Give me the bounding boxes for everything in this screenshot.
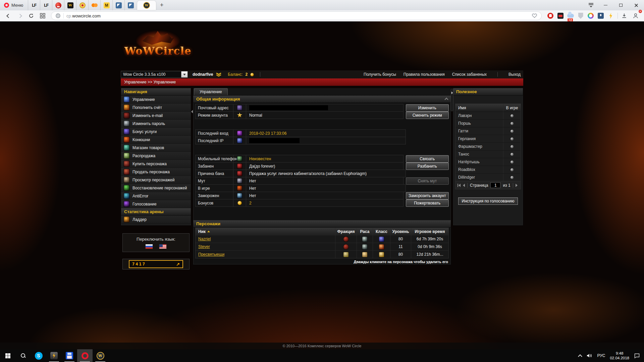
friend-row[interactable]: Танос [455,150,521,158]
friend-row[interactable]: Герлания [455,135,521,142]
shield-extension-icon[interactable] [577,12,584,19]
pinned-tab[interactable] [52,0,64,10]
taskbar-search-button[interactable] [15,349,31,362]
link-get-bonuses[interactable]: Получить бонусы [364,72,396,77]
sidebar-item-восстановление-персонажей[interactable]: Восстановление персонажей [121,184,191,192]
flag-ru-icon[interactable] [145,244,153,249]
sidebar-item-конюшни[interactable]: Конюшни [121,136,191,144]
next-page-button[interactable] [516,184,518,187]
collapse-right-handle[interactable] [451,88,453,111]
sidebar-item-изменить-пароль[interactable]: Изменить пароль [121,120,191,128]
dark-flash-extension-icon[interactable] [557,12,564,19]
tab-menu-button[interactable] [584,3,598,7]
character-row[interactable]: Stever110d 0h 9m 36s [196,243,448,250]
col-ingame[interactable]: В игре [503,104,521,112]
stop-hand-extension-icon[interactable] [547,12,554,19]
opera-menu-button[interactable]: Меню [0,0,28,10]
downloads-button[interactable] [619,11,629,20]
sidebar-item-голосование[interactable]: Голосование [121,200,191,208]
pinned-tab[interactable]: W [64,0,76,10]
flag-us-icon[interactable] [159,244,167,249]
pinned-tab[interactable]: LF [28,0,40,10]
collapse-section-icon[interactable] [444,98,448,101]
button-пожертвовать[interactable]: Пожертвовать [406,199,449,207]
col-r[interactable]: Раса [357,228,373,235]
pinned-tab[interactable] [112,0,124,10]
taskbar-skype-button[interactable]: S [31,349,46,362]
sidebar-item-магазин-товаров[interactable]: Магазин товаров [121,144,191,152]
wowcircle-logo[interactable]: WoWCircle [123,30,193,64]
tab-upravlenie[interactable]: Управление [194,88,228,95]
link-ban-list[interactable]: Список забаненых [452,72,487,77]
heart-bookmark-icon[interactable] [532,13,537,18]
reload-button[interactable] [26,11,36,20]
col-f[interactable]: Фракция [335,228,357,235]
speed-dial-button[interactable] [38,11,48,20]
pinned-tab[interactable] [124,0,137,10]
forward-button[interactable] [15,11,25,20]
taskbar-opera-button[interactable] [77,349,93,362]
sidebar-item-купить-персонажа[interactable]: Купить персонажа [121,160,191,168]
character-row[interactable]: Пресвятыещи8012d 21h 36m... [196,250,448,258]
page-input[interactable] [490,182,500,188]
sidebar-item-распродажа[interactable]: Распродажа [121,152,191,160]
friend-row[interactable]: Dillindger [455,173,521,181]
server-select[interactable]: Wow Circle 3.3.5a x100 [121,71,188,78]
sidebar-item-ладдер[interactable]: Ладдер [121,216,191,224]
action-center-icon[interactable] [634,353,640,359]
taskbar-floppy-button[interactable] [62,349,77,362]
first-page-button[interactable] [458,184,461,187]
col-lv[interactable]: Уровень [390,228,411,235]
profile-button[interactable]: × [631,11,641,20]
pinned-tab[interactable]: LF [40,0,52,10]
tray-expand-icon[interactable] [578,354,583,359]
col-name[interactable]: Ник [196,228,335,235]
active-tab[interactable]: W [137,1,156,10]
friend-row[interactable]: Гатти [455,127,521,135]
sidebar-item-просмотр-персонажей[interactable]: Просмотр персонажей [121,176,191,184]
select-dropdown-button[interactable] [181,71,187,77]
link-rules[interactable]: Правила пользования [404,72,445,77]
media-circle-extension-icon[interactable] [587,12,594,19]
sidebar-item-пополнить-счёт[interactable]: Пополнить счёт [121,104,191,112]
url-field[interactable]: cp.wowcircle.com [51,11,542,20]
close-button[interactable] [629,0,644,10]
col-k[interactable]: Класс [373,228,390,235]
taskbar-winamp-button[interactable] [46,349,62,362]
cloud-extension-icon[interactable]: +2 [567,12,574,19]
pinned-tab[interactable] [76,0,88,10]
back-button[interactable] [3,11,13,20]
sidebar-item-antierror[interactable]: AntiError [121,192,191,200]
button-заморозить-аккаунт[interactable]: Заморозить аккаунт [406,192,449,199]
friend-row[interactable]: Натёртышь [455,158,521,166]
character-link[interactable]: Пресвятыещи [198,252,224,257]
col-tm[interactable]: Игровое время [411,228,448,235]
collapse-left-handle[interactable] [191,110,193,113]
keyboard-language[interactable]: РУС [597,353,605,358]
sidebar-item-бонус-услуги[interactable]: Бонус услуги [121,128,191,136]
friend-row[interactable]: Лавэрн [455,112,521,119]
voting-instruction-button[interactable]: Инструкция по голосованию [458,197,518,205]
lightning-extension-icon[interactable] [607,12,614,19]
taskbar-clock[interactable]: 9:48 02.04.2018 [610,351,629,361]
taskbar-start-button[interactable] [0,349,15,362]
taskbar-wow-button[interactable]: W [93,349,108,362]
friend-row[interactable]: Фаршмастер [455,142,521,150]
button-разбанить[interactable]: Разбанить [406,163,449,170]
speaker-icon[interactable] [586,353,592,358]
pinned-tab[interactable] [88,0,100,10]
character-link[interactable]: Nazriel [198,237,211,241]
sidebar-item-управление[interactable]: Управление [121,96,191,104]
vote-counter-button[interactable]: 7417 ↗ [129,260,183,268]
sidebar-item-продать-персонажа[interactable]: Продать персонажа [121,168,191,176]
pinned-tab[interactable]: M [100,0,112,10]
link-logout[interactable]: Выход [508,72,521,77]
button-связать[interactable]: Связать [406,155,449,163]
sidebar-item-изменить-e-mail[interactable]: Изменить e-mail [121,112,191,120]
friend-row[interactable]: Roadblox [455,166,521,173]
restore-button[interactable] [613,0,629,10]
character-row[interactable]: Nazriel806d 7h 39m 20s [196,235,448,243]
minimize-button[interactable] [598,0,613,10]
prev-page-button[interactable] [463,184,465,187]
button-изменить[interactable]: Изменить [406,104,449,112]
